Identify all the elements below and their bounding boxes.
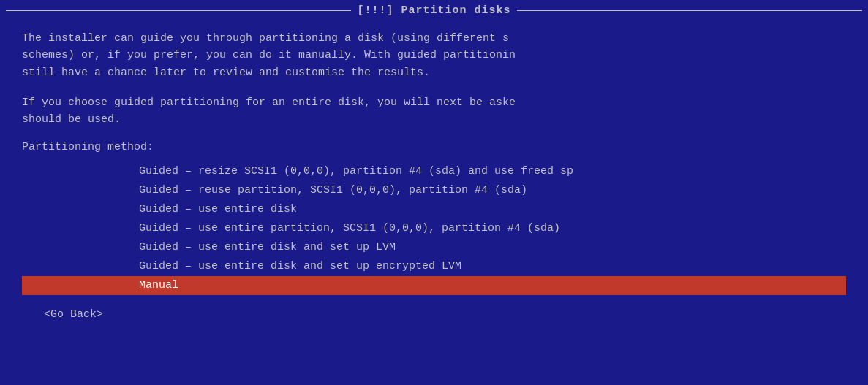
menu-item-3[interactable]: Guided – use entire partition, SCSI1 (0,… bbox=[22, 219, 846, 238]
guided-info-paragraph: If you choose guided partitioning for an… bbox=[22, 94, 846, 129]
terminal-window: [!!!] Partition disks The installer can … bbox=[0, 0, 868, 385]
window-title: [!!!] Partition disks bbox=[357, 4, 510, 17]
menu-item-0[interactable]: Guided – resize SCSI1 (0,0,0), partition… bbox=[22, 162, 846, 181]
menu-item-6[interactable]: Manual bbox=[22, 276, 846, 295]
title-bar-right-line bbox=[517, 10, 862, 11]
title-bar-left-line bbox=[6, 10, 351, 11]
menu-item-1[interactable]: Guided – reuse partition, SCSI1 (0,0,0),… bbox=[22, 181, 846, 200]
intro-text: The installer can guide you through part… bbox=[22, 32, 516, 79]
menu-item-4[interactable]: Guided – use entire disk and set up LVM bbox=[22, 238, 846, 257]
partitioning-method-label: Partitioning method: bbox=[22, 141, 846, 153]
guided-info-text: If you choose guided partitioning for an… bbox=[22, 96, 516, 126]
go-back-button[interactable]: <Go Back> bbox=[22, 308, 846, 321]
menu-item-5[interactable]: Guided – use entire disk and set up encr… bbox=[22, 257, 846, 276]
main-content: The installer can guide you through part… bbox=[0, 23, 868, 328]
menu-item-2[interactable]: Guided – use entire disk bbox=[22, 200, 846, 219]
title-bar: [!!!] Partition disks bbox=[0, 0, 868, 23]
partitioning-menu[interactable]: Guided – resize SCSI1 (0,0,0), partition… bbox=[22, 162, 846, 295]
intro-paragraph: The installer can guide you through part… bbox=[22, 30, 846, 81]
